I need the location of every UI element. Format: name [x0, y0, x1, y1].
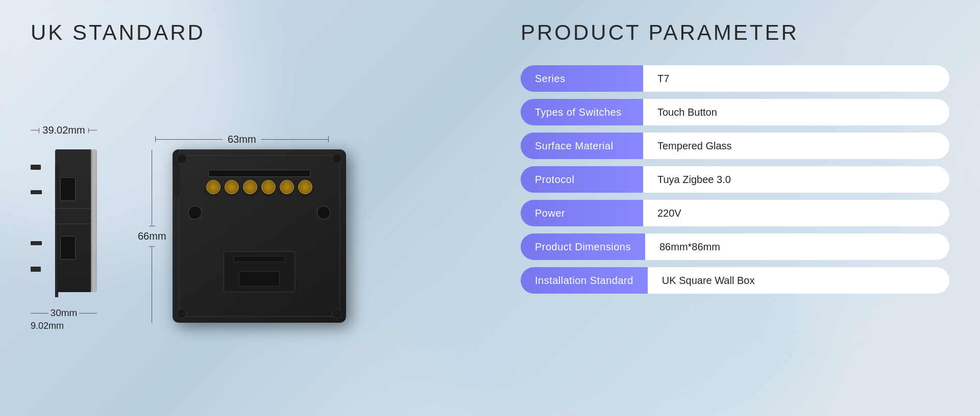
- dim-tick-63-r: [328, 136, 329, 142]
- panel-with-vert-dim: 66mm: [138, 149, 346, 323]
- bp-connector-strip: [208, 170, 310, 177]
- param-label-4: Power: [521, 200, 643, 226]
- param-label-2: Surface Material: [521, 133, 643, 159]
- diagram-area: 39.02mm: [31, 60, 470, 396]
- param-label-6: Installation Standard: [521, 267, 648, 294]
- dim-39mm: 39.02mm: [39, 124, 88, 136]
- bp-pin-4: [261, 180, 276, 194]
- param-label-0: Series: [521, 65, 643, 92]
- corner-br: [332, 308, 342, 319]
- notch-2: [60, 236, 76, 259]
- params-list: SeriesT7Types of SwitchesTouch ButtonSur…: [521, 65, 949, 294]
- corner-tr: [332, 153, 342, 164]
- param-value-0: T7: [643, 65, 949, 92]
- page-content: UK STANDARD 39.02mm: [0, 0, 980, 416]
- param-row: Installation StandardUK Square Wall Box: [521, 267, 949, 294]
- tab-4: [31, 267, 41, 272]
- param-row: Power220V: [521, 200, 949, 226]
- tab-1: [31, 165, 41, 170]
- dim-30mm: 30mm: [51, 307, 78, 319]
- corner-tl: [177, 153, 187, 164]
- tab-3: [31, 241, 42, 245]
- dim-line-63-l: [156, 139, 223, 140]
- param-row: Surface MaterialTempered Glass: [521, 133, 949, 159]
- device-side-view: [31, 139, 97, 302]
- param-row: Product Dimensions86mm*86mm: [521, 233, 949, 260]
- dim-66mm-wrapper: 66mm: [138, 149, 166, 323]
- vert-line-bottom: [152, 247, 152, 323]
- mount-hole-right: [316, 205, 331, 220]
- dim-line-63-r: [261, 139, 328, 140]
- vert-dim-inner: 66mm: [138, 150, 166, 323]
- dim-line-left: [31, 130, 39, 131]
- vert-line-top: [152, 150, 152, 226]
- dim-39mm-wrapper: 39.02mm: [31, 124, 97, 136]
- bp-pin-5: [280, 180, 294, 194]
- param-label-5: Product Dimensions: [521, 233, 645, 260]
- dim-66mm: 66mm: [138, 226, 166, 246]
- left-title: UK STANDARD: [31, 20, 470, 45]
- param-value-2: Tempered Glass: [643, 133, 949, 159]
- back-panel-wrapper: 63mm 66mm: [138, 134, 346, 323]
- param-label-3: Protocol: [521, 166, 643, 193]
- corner-bl: [177, 308, 187, 319]
- notch-1: [60, 177, 76, 201]
- bp-pin-3: [243, 180, 257, 194]
- param-row: ProtocolTuya Zigbee 3.0: [521, 166, 949, 193]
- bp-pin-1: [206, 180, 220, 194]
- bp-right-tab: [173, 165, 180, 195]
- param-row: Types of SwitchesTouch Button: [521, 99, 949, 125]
- bottom-dim-area: 30mm 9.02mm: [31, 307, 97, 331]
- param-value-6: UK Square Wall Box: [648, 267, 949, 294]
- bp-pin-2: [225, 180, 239, 194]
- device-face: [91, 149, 97, 292]
- tab-2: [31, 190, 42, 194]
- right-section: PRODUCT PARAMETER SeriesT7Types of Switc…: [500, 0, 980, 416]
- dim-30mm-row: 30mm: [31, 307, 97, 319]
- side-ridge: [55, 165, 58, 297]
- dim-63mm: 63mm: [223, 134, 261, 145]
- device-back-panel: [173, 149, 346, 323]
- bp-pins-row: [206, 180, 312, 194]
- param-value-5: 86mm*86mm: [645, 233, 949, 260]
- param-value-1: Touch Button: [643, 99, 949, 125]
- dim-line-30-right: [79, 313, 97, 314]
- product-title: PRODUCT PARAMETER: [521, 20, 949, 45]
- dim-line-right: [89, 130, 97, 131]
- device-body: [55, 149, 91, 292]
- bp-inner-slot-bot: [239, 271, 280, 287]
- bp-bottom-box: [224, 251, 295, 292]
- mount-hole-left: [188, 205, 202, 220]
- dim-63mm-wrapper: 63mm: [155, 134, 329, 145]
- left-section: UK STANDARD 39.02mm: [0, 0, 500, 416]
- param-value-4: 220V: [643, 200, 949, 226]
- dim-902mm: 9.02mm: [31, 321, 64, 331]
- rib-1: [55, 208, 91, 209]
- dim-902mm-row: 9.02mm: [31, 321, 97, 331]
- dim-line-30-left: [31, 313, 48, 314]
- param-label-1: Types of Switches: [521, 99, 643, 125]
- param-row: SeriesT7: [521, 65, 949, 92]
- bp-inner-slot-top: [234, 256, 285, 262]
- rib-2: [55, 223, 91, 224]
- bp-pin-6: [298, 180, 312, 194]
- param-value-3: Tuya Zigbee 3.0: [643, 166, 949, 193]
